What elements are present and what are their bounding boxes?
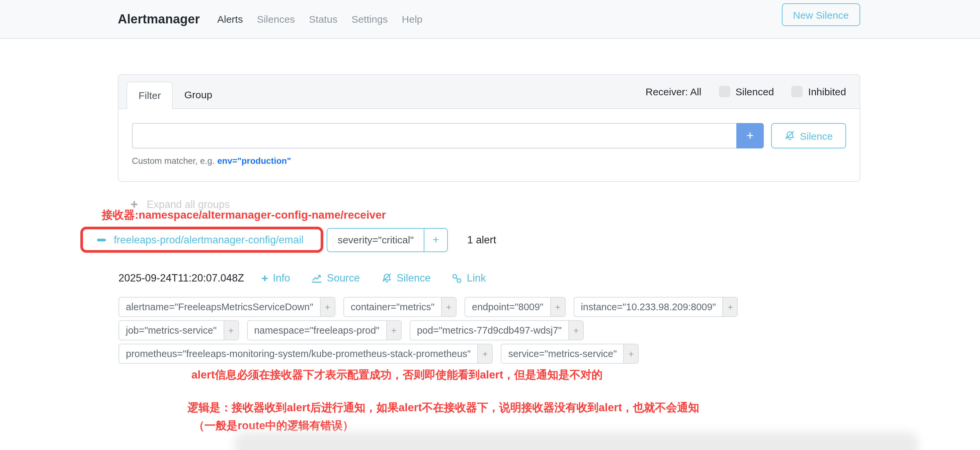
receiver-group-row: freeleaps-prod/alertmanager-config/email…	[80, 227, 860, 253]
receiver-filter-dropdown[interactable]: Receiver: All	[646, 86, 702, 97]
nav-help[interactable]: Help	[402, 13, 423, 25]
filter-panel-header: Filter Group Receiver: All Silenced Inhi…	[118, 75, 859, 109]
label-matcher: endpoint="8009" +	[465, 297, 565, 317]
annotation-receiver-note: 接收器:namespace/altermanager-config-name/r…	[102, 208, 386, 223]
navbar: Alertmanager Alerts Silences Status Sett…	[0, 0, 980, 39]
main-nav: Alerts Silences Status Settings Help	[217, 13, 422, 25]
alert-count: 1 alert	[467, 234, 496, 246]
add-matcher-button[interactable]: +	[737, 123, 764, 149]
silenced-checkbox-label: Silenced	[735, 86, 774, 97]
new-silence-button[interactable]: New Silence	[781, 3, 860, 26]
nav-alerts[interactable]: Alerts	[217, 13, 243, 25]
filter-panel: Filter Group Receiver: All Silenced Inhi…	[118, 74, 860, 182]
label-matcher: job="metrics-service" +	[118, 320, 239, 340]
add-label-filter-button[interactable]: +	[223, 321, 238, 340]
source-action-label: Source	[327, 272, 360, 284]
checkbox-unchecked-icon[interactable]	[719, 86, 730, 97]
label-matcher: container="metrics" +	[344, 297, 457, 317]
alert-item: 2025-09-24T11:20:07.048Z + Info Source	[118, 272, 860, 382]
add-label-filter-button[interactable]: +	[320, 298, 335, 316]
plus-icon: +	[446, 301, 452, 312]
silence-action-label: Silence	[397, 272, 431, 284]
silenced-checkbox[interactable]: Silenced	[719, 86, 774, 97]
filter-header-controls: Receiver: All Silenced Inhibited	[646, 86, 846, 97]
link-icon	[452, 273, 462, 283]
alert-timestamp: 2025-09-24T11:20:07.048Z	[118, 272, 244, 284]
tab-filter[interactable]: Filter	[127, 82, 173, 109]
plus-icon: +	[482, 349, 488, 359]
label-matcher: instance="10.233.98.209:8009" +	[573, 297, 738, 317]
checkbox-unchecked-icon[interactable]	[792, 86, 803, 97]
add-label-filter-button[interactable]: +	[568, 321, 583, 340]
plus-icon: +	[391, 325, 396, 336]
plus-icon: +	[261, 273, 268, 284]
nav-status[interactable]: Status	[309, 13, 337, 25]
receiver-group-name: freeleaps-prod/alertmanager-config/email	[114, 234, 304, 246]
info-action[interactable]: + Info	[261, 272, 290, 284]
plus-icon: +	[573, 325, 579, 336]
filter-tabs: Filter Group	[127, 82, 224, 109]
group-matcher-chip: severity="critical" +	[327, 228, 448, 252]
annotation-logic-note-line1: 逻辑是：接收器收到alert后进行通知，如果alert不在接收器下，说明接收器没…	[188, 401, 860, 415]
add-label-filter-button[interactable]: +	[624, 344, 638, 363]
info-action-label: Info	[273, 272, 290, 284]
custom-matcher-hint: Custom matcher, e.g.env="production"	[132, 156, 846, 166]
plus-icon: +	[228, 325, 234, 336]
add-group-matcher-button[interactable]: +	[424, 228, 447, 251]
add-label-filter-button[interactable]: +	[441, 298, 456, 316]
silence-button[interactable]: Silence	[771, 123, 846, 149]
add-label-filter-button[interactable]: +	[477, 344, 492, 363]
nav-settings[interactable]: Settings	[352, 13, 388, 25]
chart-line-icon	[312, 273, 322, 284]
alert-labels: alertname="FreeleapsMetricsServiceDown" …	[118, 297, 860, 364]
bell-slash-icon	[381, 273, 392, 284]
tab-group[interactable]: Group	[173, 82, 224, 109]
receiver-group-button[interactable]: freeleaps-prod/alertmanager-config/email	[83, 229, 321, 250]
app-brand[interactable]: Alertmanager	[118, 12, 200, 26]
label-matcher: prometheus="freeleaps-monitoring-system/…	[118, 344, 493, 364]
nav-silences[interactable]: Silences	[257, 13, 295, 25]
link-action[interactable]: Link	[452, 272, 486, 284]
hint-text: Custom matcher, e.g.	[132, 156, 215, 166]
plus-icon: +	[433, 233, 439, 246]
add-label-filter-button[interactable]: +	[722, 298, 737, 316]
plus-icon: +	[555, 301, 560, 312]
label-matcher: service="metrics-service" +	[501, 344, 639, 364]
source-action[interactable]: Source	[312, 272, 360, 284]
plus-icon: +	[746, 128, 754, 143]
bell-slash-icon	[784, 130, 795, 141]
add-label-filter-button[interactable]: +	[386, 321, 401, 340]
inhibited-checkbox[interactable]: Inhibited	[792, 86, 846, 97]
annotation-red-box: freeleaps-prod/alertmanager-config/email	[80, 227, 324, 253]
annotation-logic-note-line2: （一般是route中的逻辑有错误）	[194, 418, 860, 433]
annotation-alert-note: alert信息必须在接收器下才表示配置成功，否则即使能看到alert，但是通知是…	[191, 368, 860, 382]
inhibited-checkbox-label: Inhibited	[808, 86, 846, 97]
link-action-label: Link	[467, 272, 486, 284]
plus-icon: +	[325, 301, 330, 312]
filter-panel-body: + Silence Custom matcher, e.g.env="produ…	[118, 109, 859, 181]
silence-action[interactable]: Silence	[381, 272, 431, 284]
matcher-input[interactable]	[132, 123, 737, 149]
plus-icon: +	[728, 301, 733, 312]
label-matcher: alertname="FreeleapsMetricsServiceDown" …	[118, 297, 336, 317]
label-matcher: pod="metrics-77d9cdb497-wdsj7" +	[410, 320, 584, 340]
matcher-example-link[interactable]: env="production"	[217, 156, 291, 166]
plus-icon: +	[628, 349, 634, 359]
add-label-filter-button[interactable]: +	[550, 298, 565, 316]
silence-button-label: Silence	[800, 130, 833, 141]
group-matcher-label: severity="critical"	[328, 228, 424, 251]
label-matcher: namespace="freeleaps-prod" +	[247, 320, 401, 340]
window-shadow-artifact	[234, 432, 918, 450]
collapse-minus-icon	[97, 238, 106, 241]
